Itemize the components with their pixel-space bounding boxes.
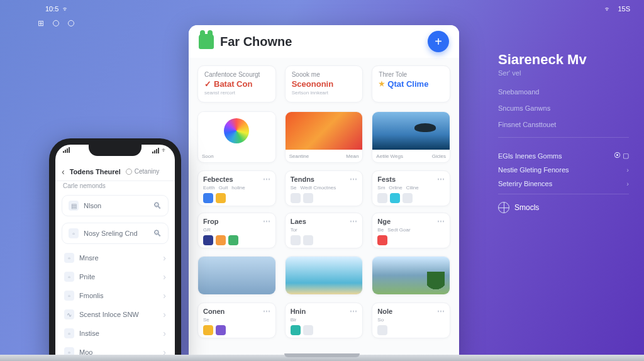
mini-title: Frop: [203, 218, 218, 225]
phone-list-item[interactable]: ▤Nlson🔍︎: [62, 195, 169, 216]
mini-card[interactable]: Nge⋯BeSedt Goar: [372, 213, 450, 248]
app-icon: [291, 325, 301, 335]
thumbnail-card[interactable]: Aetile WegsGicles: [372, 111, 450, 163]
category-card[interactable]: Canfentoce Scourgt✓Batat Conseanst rerco…: [197, 65, 276, 103]
mini-title: Nge: [377, 218, 391, 225]
chevron-right-icon: ›: [163, 309, 166, 319]
phone-header: ‹ Todens Theurel Cetaniny: [55, 162, 175, 181]
thumbnail-image: [286, 112, 363, 150]
mini-icons: [291, 235, 358, 245]
add-button[interactable]: +: [428, 31, 449, 52]
app-icon: [390, 193, 400, 203]
side-link[interactable]: Finsnet Cansttouet: [498, 121, 629, 128]
more-icon[interactable]: ⋯: [437, 217, 445, 226]
app-title: Far Chowne: [220, 35, 292, 49]
thumbnail-card[interactable]: SeantineMean: [285, 111, 364, 163]
mini-card[interactable]: Febectes⋯EotthGultholine: [197, 170, 276, 206]
more-icon[interactable]: ⋯: [263, 217, 270, 226]
circle-control[interactable]: [68, 20, 74, 26]
wifi-icon: ᯤ: [162, 147, 167, 153]
star-icon: ★: [379, 80, 385, 88]
phone-list-item[interactable]: ▫Pnite›: [62, 269, 169, 284]
mini-title: Laes: [291, 218, 306, 225]
thumbnail-caption: Aetile WegsGicles: [372, 150, 450, 162]
item-icon: ▫: [64, 291, 74, 301]
mini-card[interactable]: Laes⋯Tor: [285, 213, 364, 248]
item-label: Fmonlis: [79, 292, 104, 299]
mini-sub: So: [377, 317, 445, 323]
phone-list-item[interactable]: ∿Scenst Inloce SNW›: [62, 307, 169, 322]
toggle-icon: ⦿ ▢: [614, 152, 629, 160]
phone-subtitle: Carle nemonds: [63, 182, 106, 189]
category-row: Canfentoce Scourgt✓Batat Conseanst rerco…: [189, 58, 459, 105]
search-icon[interactable]: 🔍︎: [153, 228, 162, 238]
mini-card[interactable]: Conen⋯Se: [197, 303, 276, 338]
more-icon[interactable]: ⋯: [263, 307, 270, 316]
app-icon: [377, 325, 387, 335]
more-icon[interactable]: ⋯: [437, 307, 445, 316]
app-icon: [291, 193, 301, 203]
mini-title: Febectes: [203, 175, 233, 183]
more-icon[interactable]: ⋯: [350, 217, 357, 226]
category-card[interactable]: Threr Tole★Qtat Clime: [372, 65, 450, 103]
more-icon[interactable]: ⋯: [350, 175, 357, 184]
mini-card[interactable]: Hnin⋯Bir: [285, 303, 364, 338]
thumbnail-caption: SeantineMean: [286, 150, 363, 162]
mini-sub: Tor: [291, 227, 358, 233]
chevron-right-icon: ›: [163, 253, 166, 263]
side-link[interactable]: Snebamoand: [498, 88, 629, 96]
side-panel: Siareneck Mv Ser' vel Snebamoand Sncums …: [487, 38, 644, 361]
mini-card[interactable]: Nole⋯So: [372, 303, 450, 338]
more-icon[interactable]: ⋯: [263, 175, 270, 184]
desktop-status-bar: 10:5 ᯤ ᯤ 15S: [0, 5, 644, 18]
app-icon: [291, 235, 301, 245]
phone-status-right: ᯤ: [152, 147, 167, 153]
item-label: Mnsre: [79, 254, 99, 262]
mini-card[interactable]: Tendns⋯SeWedt Cmoctnes: [285, 170, 364, 206]
mini-icons: [377, 325, 445, 335]
phone-list-item[interactable]: ▫Fmonlis›: [62, 288, 169, 303]
mini-card[interactable]: Frop⋯GR: [197, 213, 276, 248]
search-icon[interactable]: 🔍︎: [153, 201, 162, 211]
thumbnail-card[interactable]: [285, 256, 364, 295]
phone-header-action[interactable]: Cetaniny: [126, 168, 159, 175]
phone-list-item[interactable]: ▫Mnsre›: [62, 250, 169, 265]
grid-icon[interactable]: ⊞: [38, 20, 44, 26]
mini-sub: GR: [203, 227, 270, 233]
battery-text: 15S: [618, 5, 630, 13]
mini-icons: [203, 235, 270, 245]
side-footer[interactable]: Smocls: [498, 194, 629, 213]
side-section: EGls Inenes Gomms ⦿ ▢ Nestie Gleting Fen…: [498, 137, 629, 187]
phone-list: ▤Nlson🔍︎▫Nosy Sreling Cnd🔍︎▫Mnsre›▫Pnite…: [62, 195, 169, 361]
app-icon: [303, 193, 313, 203]
side-section-header[interactable]: EGls Inenes Gomms ⦿ ▢: [498, 152, 629, 160]
window-controls[interactable]: ⊞: [38, 20, 74, 26]
mini-card[interactable]: Fests⋯SmOrlineCiline: [372, 170, 450, 206]
thumbnail-card[interactable]: [372, 256, 450, 295]
mini-sub: Bir: [291, 317, 358, 323]
phone-list-item[interactable]: ▫Instise›: [62, 326, 169, 341]
mini-sub: SmOrlineCiline: [377, 185, 445, 191]
more-icon[interactable]: ⋯: [350, 307, 357, 316]
app-icon: [216, 235, 226, 245]
phone-mockup: ᯤ ‹ Todens Theurel Cetaniny Carle nemond…: [49, 138, 181, 361]
app-icon: [377, 235, 387, 245]
more-icon[interactable]: ⋯: [437, 175, 445, 184]
mini-sub: BeSedt Goar: [377, 227, 445, 233]
back-icon[interactable]: ‹: [62, 167, 65, 177]
category-card[interactable]: Soook meSceononinSertson innkeart: [285, 65, 364, 103]
clock-text: 10:5: [45, 5, 58, 13]
circle-control[interactable]: [53, 20, 59, 26]
thumbnail-card[interactable]: [197, 256, 276, 295]
app-icon: [203, 193, 213, 203]
chevron-right-icon: ›: [163, 272, 166, 282]
phone-list-item[interactable]: ▫Nosy Sreling Cnd🔍︎: [62, 223, 169, 244]
side-item[interactable]: Nestie Gleting Fenores›: [498, 166, 629, 174]
side-link[interactable]: Sncums Ganwns: [498, 104, 629, 112]
mini-icons: [291, 325, 358, 335]
side-item[interactable]: Seteriry Binences›: [498, 180, 629, 187]
mini-title: Conen: [203, 308, 225, 315]
thumbnail-card[interactable]: Soon: [197, 111, 276, 163]
item-icon: ▫: [69, 228, 79, 238]
mini-title: Tendns: [291, 175, 314, 183]
